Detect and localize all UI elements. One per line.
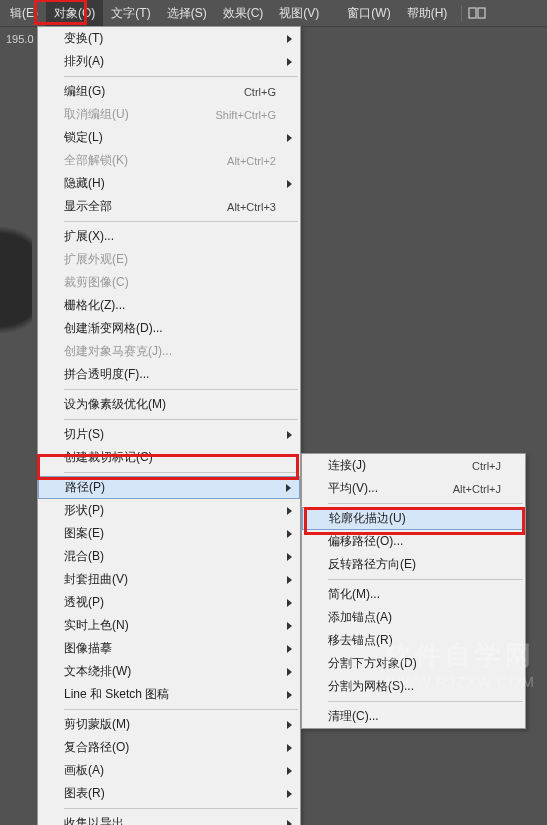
- submenu-item-offset-path[interactable]: 偏移路径(O)...: [302, 530, 525, 553]
- menu-item-label: 裁剪图像(C): [64, 274, 276, 291]
- menu-item-pattern[interactable]: 图案(E): [38, 522, 300, 545]
- menu-item-label: 形状(P): [64, 502, 276, 519]
- watermark-text-url: WWW.RJZXW.COM: [385, 673, 535, 690]
- chevron-right-icon: [287, 553, 292, 561]
- menu-shortcut: Alt+Ctrl+2: [227, 155, 276, 167]
- menu-item-show-all[interactable]: 显示全部Alt+Ctrl+3: [38, 195, 300, 218]
- menu-item-graph[interactable]: 图表(R): [38, 782, 300, 805]
- menu-item-label: 扩展(X)...: [64, 228, 276, 245]
- submenu-item-join[interactable]: 连接(J)Ctrl+J: [302, 454, 525, 477]
- menu-item-gradient-mesh[interactable]: 创建渐变网格(D)...: [38, 317, 300, 340]
- menu-effect[interactable]: 效果(C): [215, 0, 272, 27]
- menu-item-label: 栅格化(Z)...: [64, 297, 276, 314]
- menu-item-text-wrap[interactable]: 文本绕排(W): [38, 660, 300, 683]
- menu-help[interactable]: 帮助(H): [399, 0, 456, 27]
- menu-item-expand[interactable]: 扩展(X)...: [38, 225, 300, 248]
- submenu-item-outline-stroke[interactable]: 轮廓化描边(U): [302, 507, 525, 530]
- submenu-item-cleanup[interactable]: 清理(C)...: [302, 705, 525, 728]
- svg-rect-0: [469, 8, 476, 18]
- menu-separator: [64, 221, 298, 222]
- chevron-right-icon: [287, 691, 292, 699]
- menu-item-pixel-perfect[interactable]: 设为像素级优化(M): [38, 393, 300, 416]
- menu-object[interactable]: 对象(O): [46, 0, 103, 27]
- menu-view[interactable]: 视图(V): [271, 0, 327, 27]
- menu-item-group[interactable]: 编组(G)Ctrl+G: [38, 80, 300, 103]
- menu-item-label: 显示全部: [64, 198, 207, 215]
- menu-separator: [64, 389, 298, 390]
- menu-item-label: 复合路径(O): [64, 739, 276, 756]
- menu-window[interactable]: 窗口(W): [339, 0, 398, 27]
- menu-item-image-trace[interactable]: 图像描摹: [38, 637, 300, 660]
- menu-item-arrange[interactable]: 排列(A): [38, 50, 300, 73]
- menu-shortcut: Shift+Ctrl+G: [215, 109, 276, 121]
- object-dropdown-menu: 变换(T) 排列(A) 编组(G)Ctrl+G 取消编组(U)Shift+Ctr…: [37, 26, 301, 825]
- workspace-icon[interactable]: [468, 6, 486, 20]
- menu-item-slice[interactable]: 切片(S): [38, 423, 300, 446]
- menu-item-label: 设为像素级优化(M): [64, 396, 276, 413]
- canvas-object: [0, 210, 32, 350]
- menu-item-label: 透视(P): [64, 594, 276, 611]
- chevron-right-icon: [286, 484, 291, 492]
- menu-item-ungroup: 取消编组(U)Shift+Ctrl+G: [38, 103, 300, 126]
- chevron-right-icon: [287, 530, 292, 538]
- menu-item-compound-path[interactable]: 复合路径(O): [38, 736, 300, 759]
- submenu-item-average[interactable]: 平均(V)...Alt+Ctrl+J: [302, 477, 525, 500]
- menu-item-label: 画板(A): [64, 762, 276, 779]
- menu-item-label: 收集以导出: [64, 815, 276, 825]
- menu-item-label: 编组(G): [64, 83, 224, 100]
- menubar: 辑(E) 对象(O) 文字(T) 选择(S) 效果(C) 视图(V) 窗口(W)…: [0, 0, 547, 26]
- chevron-right-icon: [287, 180, 292, 188]
- menu-item-label: 平均(V)...: [328, 480, 433, 497]
- toolbar-width-value[interactable]: 195.0: [6, 33, 34, 45]
- watermark: 软件自学网 WWW.RJZXW.COM: [385, 638, 535, 690]
- menu-item-hide[interactable]: 隐藏(H): [38, 172, 300, 195]
- menu-item-clipping-mask[interactable]: 剪切蒙版(M): [38, 713, 300, 736]
- chevron-right-icon: [287, 576, 292, 584]
- menu-shortcut: Ctrl+J: [472, 460, 501, 472]
- chevron-right-icon: [287, 622, 292, 630]
- menu-item-label: 图像描摹: [64, 640, 276, 657]
- submenu-item-simplify[interactable]: 简化(M)...: [302, 583, 525, 606]
- menu-item-label: 轮廓化描边(U): [329, 510, 500, 527]
- menu-item-live-paint[interactable]: 实时上色(N): [38, 614, 300, 637]
- menu-item-label: 混合(B): [64, 548, 276, 565]
- menu-item-shape[interactable]: 形状(P): [38, 499, 300, 522]
- menu-item-artboards[interactable]: 画板(A): [38, 759, 300, 782]
- submenu-item-reverse-direction[interactable]: 反转路径方向(E): [302, 553, 525, 576]
- menu-item-envelope-distort[interactable]: 封套扭曲(V): [38, 568, 300, 591]
- menu-item-crop-image: 裁剪图像(C): [38, 271, 300, 294]
- menu-select[interactable]: 选择(S): [159, 0, 215, 27]
- menu-edit[interactable]: 辑(E): [2, 0, 46, 27]
- menu-item-label: 取消编组(U): [64, 106, 195, 123]
- menu-separator: [64, 472, 298, 473]
- menu-item-label: 隐藏(H): [64, 175, 276, 192]
- menu-separator: [64, 419, 298, 420]
- chevron-right-icon: [287, 507, 292, 515]
- chevron-right-icon: [287, 820, 292, 826]
- menu-item-label: 反转路径方向(E): [328, 556, 501, 573]
- menu-item-label: 切片(S): [64, 426, 276, 443]
- menu-item-transform[interactable]: 变换(T): [38, 27, 300, 50]
- menu-item-blend[interactable]: 混合(B): [38, 545, 300, 568]
- menu-item-trim-marks[interactable]: 创建裁切标记(C): [38, 446, 300, 469]
- menu-type[interactable]: 文字(T): [103, 0, 158, 27]
- menu-item-label: 图案(E): [64, 525, 276, 542]
- menu-item-rasterize[interactable]: 栅格化(Z)...: [38, 294, 300, 317]
- canvas-background: [0, 50, 37, 825]
- menu-item-lock[interactable]: 锁定(L): [38, 126, 300, 149]
- submenu-item-add-anchor[interactable]: 添加锚点(A): [302, 606, 525, 629]
- menu-item-flatten-transparency[interactable]: 拼合透明度(F)...: [38, 363, 300, 386]
- menu-item-label: 添加锚点(A): [328, 609, 501, 626]
- menu-item-label: 文本绕排(W): [64, 663, 276, 680]
- menu-item-unlock-all: 全部解锁(K)Alt+Ctrl+2: [38, 149, 300, 172]
- chevron-right-icon: [287, 668, 292, 676]
- watermark-text-cn: 软件自学网: [385, 638, 535, 673]
- menu-item-path[interactable]: 路径(P): [38, 476, 300, 499]
- menu-item-line-sketch[interactable]: Line 和 Sketch 图稿: [38, 683, 300, 706]
- menubar-separator: [461, 5, 462, 21]
- menu-item-label: 路径(P): [65, 479, 275, 496]
- chevron-right-icon: [287, 645, 292, 653]
- menu-item-collect-export[interactable]: 收集以导出: [38, 812, 300, 825]
- menu-item-perspective[interactable]: 透视(P): [38, 591, 300, 614]
- menu-separator: [64, 76, 298, 77]
